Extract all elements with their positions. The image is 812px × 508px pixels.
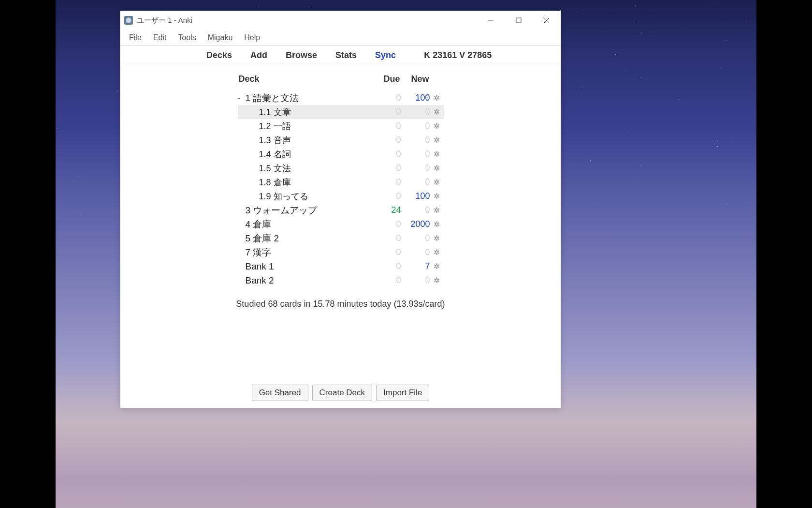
gear-icon[interactable]: ✲ [430,206,444,215]
deck-name[interactable]: 5 倉庫 2 [245,232,372,245]
deck-due-count: 0 [372,219,401,229]
deck-row[interactable]: 5 倉庫 200✲ [238,231,444,245]
deck-name[interactable]: 4 倉庫 [245,218,372,231]
menu-edit[interactable]: Edit [147,30,173,45]
window-title: ユーザー 1 - Anki [137,16,477,25]
menu-tools[interactable]: Tools [172,30,202,45]
deck-name[interactable]: 1.1 文章 [238,106,372,118]
deck-new-count: 0 [401,107,430,117]
deck-row[interactable]: 3 ウォームアップ240✲ [238,203,444,217]
gear-icon[interactable]: ✲ [430,276,444,285]
toolbar-decks[interactable]: Decks [206,50,232,60]
deck-new-count: 100 [401,191,430,201]
deck-row[interactable]: 7 漢字00✲ [238,245,444,259]
menu-file[interactable]: File [123,30,147,45]
deck-due-count: 0 [372,247,401,257]
deck-row[interactable]: 1.4 名詞00✲ [238,147,444,161]
toolbar-browse[interactable]: Browse [286,50,317,60]
deck-name[interactable]: 7 漢字 [245,246,372,259]
deck-name[interactable]: 1.3 音声 [238,134,372,146]
deck-new-count: 0 [401,247,430,257]
deck-table-header: Deck Due New [238,70,444,91]
deck-row[interactable]: -1 語彙と文法0100✲ [238,91,444,105]
deck-row[interactable]: Bank 107✲ [238,259,444,273]
gear-icon[interactable]: ✲ [430,164,444,173]
gear-icon[interactable]: ✲ [430,192,444,201]
deck-due-count: 0 [372,93,401,103]
deck-table: Deck Due New -1 語彙と文法0100✲1.1 文章00✲1.2 一… [238,70,444,287]
deck-new-count: 7 [401,261,430,271]
deck-new-count: 0 [401,177,430,187]
toolbar-sync[interactable]: Sync [375,50,396,60]
deck-new-count: 100 [401,93,430,103]
toolbar-add[interactable]: Add [250,50,267,60]
menu-migaku[interactable]: Migaku [202,30,239,45]
gear-icon[interactable]: ✲ [430,135,444,145]
toolbar-stats[interactable]: Stats [335,50,357,60]
deck-due-count: 0 [372,261,401,271]
deck-new-count: 0 [401,149,430,159]
deck-row[interactable]: Bank 200✲ [238,273,444,287]
anki-window: ユーザー 1 - Anki File Edit Tools Migaku Hel… [120,11,561,408]
deck-due-count: 0 [372,191,401,201]
deck-due-count: 0 [372,177,401,187]
header-new: New [400,74,429,84]
bottom-bar: Get Shared Create Deck Import File [120,378,561,408]
deck-row[interactable]: 4 倉庫02000✲ [238,217,444,231]
header-deck: Deck [238,74,371,84]
deck-due-count: 0 [372,121,401,131]
deck-new-count: 0 [401,205,430,215]
content-area: Deck Due New -1 語彙と文法0100✲1.1 文章00✲1.2 一… [120,65,561,378]
deck-name[interactable]: 3 ウォームアップ [245,204,372,217]
close-button[interactable] [533,11,561,30]
get-shared-button[interactable]: Get Shared [252,385,308,401]
deck-due-count: 24 [372,205,401,215]
import-file-button[interactable]: Import File [376,385,429,401]
deck-name[interactable]: Bank 2 [245,275,372,286]
deck-due-count: 0 [372,135,401,145]
gear-icon[interactable]: ✲ [430,234,444,243]
minimize-button[interactable] [477,11,505,30]
create-deck-button[interactable]: Create Deck [312,385,372,401]
maximize-button[interactable] [505,11,533,30]
deck-new-count: 0 [401,233,430,243]
menu-help[interactable]: Help [238,30,266,45]
toolbar: Decks Add Browse Stats Sync K 23161 V 27… [120,46,561,65]
deck-row[interactable]: 1.8 倉庫00✲ [238,175,444,189]
deck-new-count: 0 [401,275,430,285]
deck-name[interactable]: 1.8 倉庫 [238,177,372,188]
gear-icon[interactable]: ✲ [430,220,444,229]
gear-icon[interactable]: ✲ [430,121,444,131]
deck-row[interactable]: 1.3 音声00✲ [238,133,444,147]
menubar: File Edit Tools Migaku Help [120,30,561,46]
deck-new-count: 0 [401,163,430,173]
study-status: Studied 68 cards in 15.78 minutes today … [236,299,445,309]
deck-name[interactable]: Bank 1 [245,261,372,272]
gear-icon[interactable]: ✲ [430,178,444,187]
deck-name[interactable]: 1.2 一語 [238,120,372,132]
collapse-toggle-icon[interactable]: - [238,94,245,103]
deck-row[interactable]: 1.5 文法00✲ [238,161,444,175]
deck-name[interactable]: 1 語彙と文法 [245,92,372,105]
deck-row[interactable]: 1.9 知ってる0100✲ [238,189,444,203]
gear-icon[interactable]: ✲ [430,149,444,159]
deck-new-count: 0 [401,135,430,145]
deck-row[interactable]: 1.1 文章00✲ [238,105,444,119]
deck-due-count: 0 [372,149,401,159]
toolbar-counters[interactable]: K 23161 V 27865 [424,50,492,60]
header-due: Due [371,74,400,84]
gear-icon[interactable]: ✲ [430,93,444,103]
deck-due-count: 0 [372,163,401,173]
svg-rect-1 [516,18,521,23]
deck-name[interactable]: 1.5 文法 [238,163,372,174]
deck-new-count: 0 [401,121,430,131]
gear-icon[interactable]: ✲ [430,107,444,117]
gear-icon[interactable]: ✲ [430,248,444,257]
deck-name[interactable]: 1.9 知ってる [238,191,372,202]
deck-name[interactable]: 1.4 名詞 [238,149,372,160]
deck-row[interactable]: 1.2 一語00✲ [238,119,444,133]
deck-new-count: 2000 [401,219,430,229]
deck-due-count: 0 [372,275,401,285]
titlebar[interactable]: ユーザー 1 - Anki [120,11,561,30]
gear-icon[interactable]: ✲ [430,262,444,271]
